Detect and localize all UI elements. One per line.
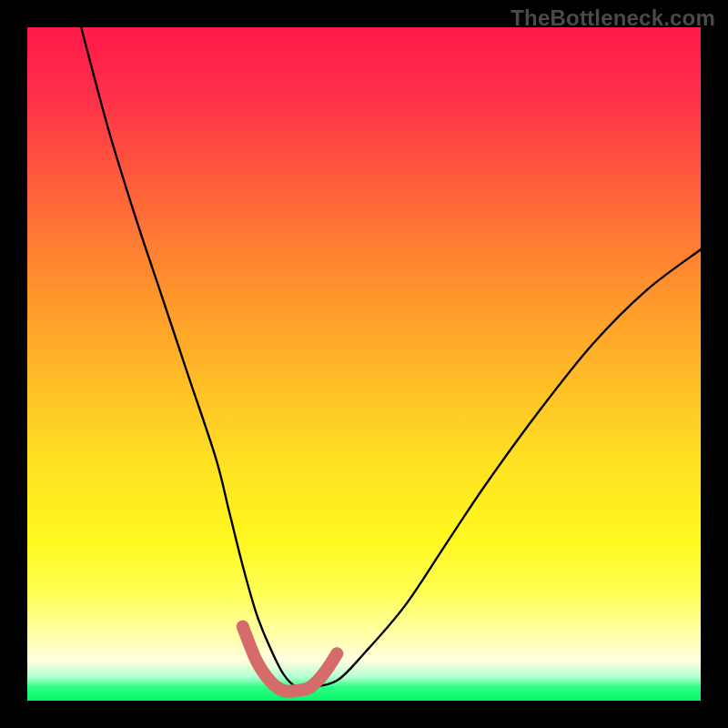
watermark-text: TheBottleneck.com: [511, 5, 715, 31]
chart-frame: TheBottleneck.com: [0, 0, 728, 728]
plot-area: [27, 27, 701, 701]
curve-layer: [27, 27, 701, 701]
bottleneck-curve-path: [81, 27, 701, 689]
